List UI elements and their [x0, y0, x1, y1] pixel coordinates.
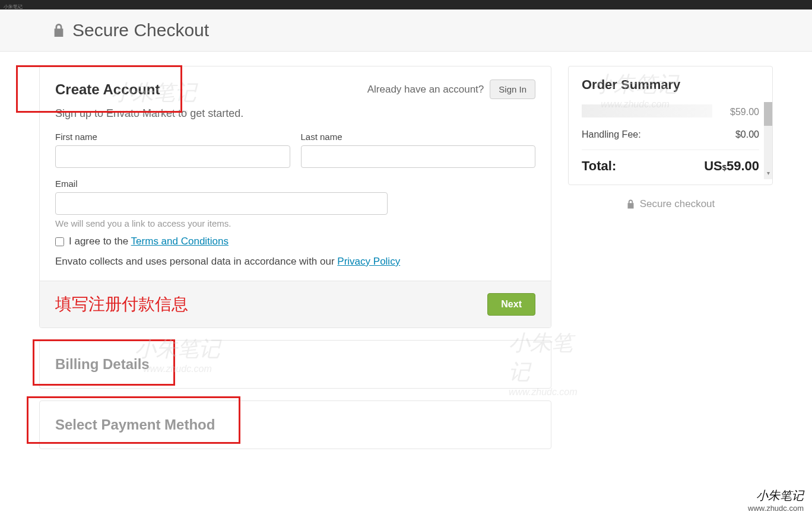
secure-checkout-note: Secure checkout: [568, 198, 773, 210]
payment-method-panel: Select Payment Method: [39, 400, 551, 449]
next-button[interactable]: Next: [487, 293, 535, 316]
summary-handling-row: Handling Fee: $0.00: [582, 123, 759, 146]
email-label: Email: [55, 179, 535, 189]
email-hint: We will send you a link to access your i…: [55, 218, 535, 228]
secure-checkout-text: Secure checkout: [640, 198, 715, 210]
last-name-input[interactable]: [301, 145, 536, 168]
summary-item-price: $59.00: [730, 107, 759, 117]
sign-in-button[interactable]: Sign In: [490, 80, 535, 99]
terms-link[interactable]: Terms and Conditions: [131, 236, 229, 247]
agree-checkbox[interactable]: [55, 237, 64, 246]
summary-total-symbol: $: [722, 163, 727, 172]
blurred-item-name: [582, 104, 712, 117]
privacy-prefix-text: Envato collects and uses personal data i…: [55, 256, 337, 267]
page-title-text: Secure Checkout: [72, 20, 209, 40]
first-name-input[interactable]: [55, 145, 290, 168]
annotation-fill-info: 填写注册付款信息: [55, 293, 188, 316]
summary-scrollbar[interactable]: ▾: [764, 102, 772, 179]
privacy-policy-link[interactable]: Privacy Policy: [337, 256, 400, 267]
summary-handling-label: Handling Fee:: [582, 129, 641, 140]
first-name-label: First name: [55, 132, 290, 142]
lock-icon: [52, 23, 65, 38]
billing-details-panel: Billing Details 小朱笔记 www.zhudc.com 小朱笔记 …: [39, 340, 551, 389]
browser-top-bar: 小朱笔记: [0, 0, 812, 9]
billing-details-title: Billing Details: [55, 356, 535, 373]
email-input[interactable]: [55, 192, 388, 215]
already-have-account-text: Already have an account?: [367, 84, 484, 96]
create-account-panel: Create Account Already have an account? …: [39, 66, 551, 328]
page-title: Secure Checkout: [52, 20, 760, 40]
agree-prefix-text: I agree to the: [69, 236, 131, 247]
summary-total-amount: 59.00: [727, 158, 759, 174]
lock-icon: [626, 199, 635, 209]
summary-total-label: Total:: [582, 158, 616, 174]
top-bar-site-label: 小朱笔记: [0, 4, 23, 9]
order-summary-title: Order Summary: [569, 66, 772, 98]
last-name-label: Last name: [301, 132, 536, 142]
summary-total-currency: US: [704, 158, 722, 174]
signup-subtext: Sign up to Envato Market to get started.: [55, 107, 535, 120]
page-header: Secure Checkout: [0, 9, 812, 52]
order-summary-panel: Order Summary … $59.00 Handling Fee: $0.…: [568, 66, 773, 185]
summary-total-row: Total: US$59.00: [582, 150, 759, 177]
payment-method-title: Select Payment Method: [55, 417, 535, 433]
summary-handling-price: $0.00: [735, 129, 759, 140]
summary-item-row: … $59.00: [582, 101, 759, 123]
create-account-title: Create Account: [55, 81, 160, 98]
